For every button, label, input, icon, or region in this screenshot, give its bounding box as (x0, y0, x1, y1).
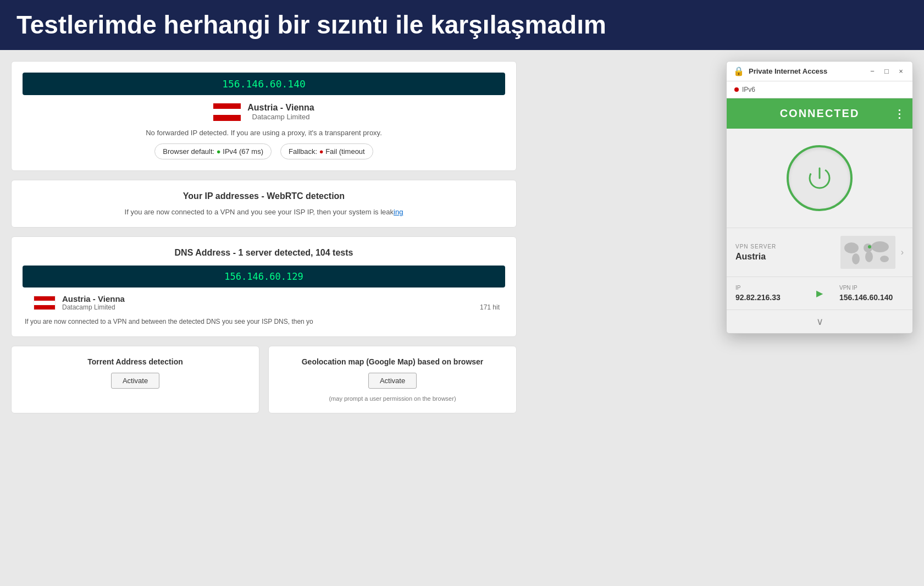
torrent-title: Torrent Address detection (87, 357, 182, 366)
pia-power-button[interactable] (787, 145, 853, 211)
bottom-cards: Torrent Address detection Activate Geolo… (11, 346, 517, 413)
dns-austria-flag (34, 296, 56, 310)
vpn-ip-label: VPN IP (839, 285, 904, 291)
pia-menu-button[interactable]: ⋮ (894, 107, 905, 120)
server-chevron-right[interactable]: › (901, 247, 904, 257)
pia-vpn-ip-block: VPN IP 156.146.60.140 (839, 285, 904, 302)
flag-stripe-middle (213, 109, 241, 115)
torrent-activate-button[interactable]: Activate (111, 373, 159, 389)
pia-connected-status: CONNECTED (780, 107, 860, 120)
austria-flag (213, 103, 241, 121)
location-text: Austria - Vienna Datacamp Limited (247, 103, 314, 121)
pia-window-controls: − □ × (867, 67, 906, 76)
webrtc-leak-link[interactable]: ing (394, 208, 403, 216)
browser-default-protocol: IPv4 (223, 147, 237, 156)
flag-stripe-top (213, 103, 241, 109)
svg-point-9 (868, 245, 871, 248)
dns-ip-bar: 156.146.60.129 (23, 266, 505, 288)
fallback-pill: Fallback: ● Fail (timeout (280, 143, 373, 159)
location-isp: Datacamp Limited (247, 113, 314, 121)
dns-flag-mid (34, 301, 55, 305)
location-row: Austria - Vienna Datacamp Limited (23, 103, 505, 121)
pia-app-window: 🔒 Private Internet Access − □ × IPv6 CON… (726, 61, 913, 334)
fallback-timeout: (timeout (339, 147, 365, 156)
location-city: Austria - Vienna (247, 103, 314, 113)
fallback-label: Fallback: (289, 147, 317, 156)
pia-lock-icon: 🔒 (733, 66, 744, 76)
webrtc-title: Your IP addresses - WebRTC detection (23, 191, 505, 201)
dns-location-row: Austria - Vienna Datacamp Limited 171 hi… (23, 294, 505, 311)
pia-world-map (840, 236, 895, 269)
pia-ip-block: IP 92.82.216.33 (735, 285, 800, 302)
pia-titlebar: 🔒 Private Internet Access − □ × (727, 62, 912, 81)
ipv6-status-dot (734, 87, 739, 92)
vpn-server-label: VPN SERVER (735, 244, 835, 250)
pia-server-section: VPN SERVER Austria (727, 228, 912, 277)
browser-default-label: Browser default: (163, 147, 214, 156)
pia-ip-section: IP 92.82.216.33 ▶ VPN IP 156.146.60.140 (727, 277, 912, 309)
pia-close-button[interactable]: × (896, 67, 906, 76)
vpn-server-name: Austria (735, 252, 835, 262)
fallback-status: Fail (325, 147, 337, 156)
no-forward-text: No forwarded IP detected. If you are usi… (23, 129, 505, 137)
pia-restore-button[interactable]: □ (882, 67, 892, 76)
geolocation-activate-button[interactable]: Activate (368, 373, 417, 389)
pia-expand-button[interactable]: ∨ (727, 309, 912, 333)
pia-minimize-button[interactable]: − (867, 67, 877, 76)
torrent-card: Torrent Address detection Activate (11, 346, 259, 413)
dns-card: DNS Address - 1 server detected, 104 tes… (11, 236, 517, 337)
fallback-dot: ● (319, 147, 324, 156)
dns-city: Austria - Vienna (62, 294, 473, 303)
pia-ipv6-label: IPv6 (742, 86, 755, 93)
geolocation-title: Geolocation map (Google Map) based on br… (302, 357, 484, 366)
svg-point-6 (865, 251, 873, 262)
browser-content: 156.146.60.140 Austria - Vienna Datacamp… (11, 61, 528, 413)
pia-server-info: VPN SERVER Austria (735, 244, 835, 262)
webrtc-desc: If you are now connected to a VPN and yo… (23, 208, 505, 216)
world-map-svg (840, 236, 895, 269)
ip-address-bar: 156.146.60.140 (23, 73, 505, 95)
svg-point-3 (844, 242, 859, 253)
ip-arrow-icon: ▶ (816, 288, 823, 298)
webrtc-section: Your IP addresses - WebRTC detection If … (11, 180, 517, 228)
header-title: Testlerimde herhangi bir sızıntı ile kar… (16, 10, 908, 40)
ipv4-dot: ● (217, 147, 221, 156)
pia-power-area (727, 129, 912, 228)
power-icon (806, 164, 833, 192)
geolocation-card: Geolocation map (Google Map) based on br… (268, 346, 517, 413)
svg-point-5 (864, 244, 872, 252)
browser-default-pill: Browser default: ● IPv4 (67 ms) (154, 143, 272, 159)
dns-isp: Datacamp Limited (62, 303, 473, 311)
dns-leak-text: If you are now connected to a VPN and be… (23, 318, 505, 325)
browser-default-row: Browser default: ● IPv4 (67 ms) Fallback… (23, 143, 505, 159)
dns-flag-bot (34, 305, 55, 309)
pia-connected-bar: CONNECTED ⋮ (727, 98, 912, 129)
dns-location-text: Austria - Vienna Datacamp Limited (62, 294, 473, 311)
pia-ipv6-row: IPv6 (727, 81, 912, 98)
ip-card: 156.146.60.140 Austria - Vienna Datacamp… (11, 61, 517, 171)
ip-label: IP (735, 285, 800, 291)
header-banner: Testlerimde herhangi bir sızıntı ile kar… (0, 0, 924, 50)
dns-hits: 171 hit (480, 303, 500, 311)
pia-app-title: Private Internet Access (749, 67, 863, 75)
flag-stripe-bottom (213, 115, 241, 121)
dns-title: DNS Address - 1 server detected, 104 tes… (23, 248, 505, 258)
geolocation-note: (may prompt a user permission on the bro… (329, 395, 456, 402)
dns-flag-top (34, 296, 55, 301)
main-content: 156.146.60.140 Austria - Vienna Datacamp… (0, 50, 924, 424)
svg-point-4 (852, 253, 860, 264)
svg-point-8 (880, 256, 889, 262)
svg-point-7 (871, 241, 889, 252)
browser-default-ms: (67 ms) (239, 147, 263, 156)
ip-value: 92.82.216.33 (735, 293, 800, 302)
vpn-ip-value: 156.146.60.140 (839, 293, 904, 302)
